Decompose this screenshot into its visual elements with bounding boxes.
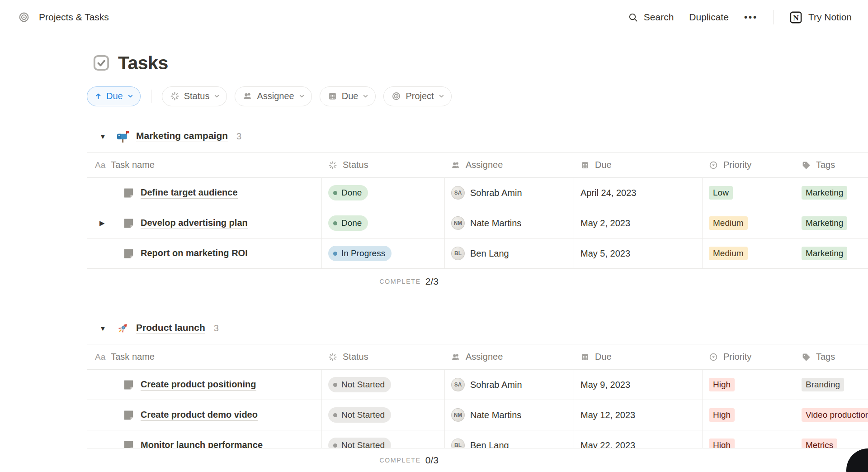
status-cell[interactable]: In Progress xyxy=(322,238,445,269)
view-controls: Due Status xyxy=(87,86,868,106)
try-notion-button[interactable]: N Try Notion xyxy=(789,10,852,24)
assignee-cell[interactable]: NM Nate Martins xyxy=(445,400,574,430)
page-title-row: Tasks xyxy=(87,50,868,76)
priority-tag[interactable]: High xyxy=(709,408,735,422)
assignee-name: Sohrab Amin xyxy=(470,380,522,390)
collapse-triangle-icon[interactable]: ▼ xyxy=(99,324,115,332)
tag[interactable]: Video production xyxy=(802,408,868,422)
search-button[interactable]: Search xyxy=(628,12,674,23)
due-date: May 9, 2023 xyxy=(580,380,630,390)
status-dot-icon xyxy=(333,413,337,417)
column-label: Status xyxy=(343,160,368,170)
status-cell[interactable]: Not Started xyxy=(322,400,445,430)
page-title: Tasks xyxy=(118,52,168,74)
sort-due-button[interactable]: Due xyxy=(87,86,141,106)
status-pill[interactable]: Not Started xyxy=(328,407,391,423)
more-options-button[interactable]: ••• xyxy=(744,12,758,23)
breadcrumb[interactable]: Projects & Tasks xyxy=(18,11,109,23)
complete-calc[interactable]: COMPLETE 2/3 xyxy=(322,269,445,294)
status-cell[interactable]: Done xyxy=(322,178,445,208)
status-pill[interactable]: Not Started xyxy=(328,377,391,392)
column-header-status[interactable]: Status xyxy=(322,153,445,177)
column-header-due[interactable]: Due xyxy=(574,344,703,369)
group-name[interactable]: Product launch xyxy=(136,322,205,334)
tag[interactable]: Marketing xyxy=(802,216,847,230)
tags-cell[interactable]: Marketing xyxy=(795,238,868,269)
status-pill[interactable]: Done xyxy=(328,185,368,200)
duplicate-button[interactable]: Duplicate xyxy=(689,12,729,23)
column-header-priority[interactable]: Priority xyxy=(703,344,795,369)
priority-tag[interactable]: Medium xyxy=(709,216,748,230)
status-dot-icon xyxy=(333,443,337,448)
filter-status-button[interactable]: Status xyxy=(162,86,227,106)
priority-tag[interactable]: High xyxy=(709,378,735,391)
tag[interactable]: Branding xyxy=(802,378,844,391)
chevron-down-icon xyxy=(127,93,133,99)
task-cell[interactable]: Define target audience xyxy=(87,178,322,208)
tags-cell[interactable]: Branding xyxy=(795,370,868,400)
task-link[interactable]: Create product positioning xyxy=(141,379,256,391)
task-link[interactable]: Create product demo video xyxy=(141,410,258,421)
tags-cell[interactable]: Video production xyxy=(795,400,868,430)
priority-tag[interactable]: Low xyxy=(709,186,733,200)
task-link[interactable]: Define target audience xyxy=(141,187,238,199)
status-label: Done xyxy=(341,218,362,228)
tag[interactable]: Marketing xyxy=(802,186,847,200)
task-cell[interactable]: ▶ Develop advertising plan xyxy=(87,208,322,238)
priority-tag[interactable]: Medium xyxy=(709,247,748,260)
chevron-down-icon xyxy=(299,93,305,99)
tags-cell[interactable]: Marketing xyxy=(795,178,868,208)
filter-project-button[interactable]: Project xyxy=(383,86,451,106)
task-link[interactable]: Develop advertising plan xyxy=(141,218,248,229)
tag[interactable]: Marketing xyxy=(802,247,847,260)
column-header-priority[interactable]: Priority xyxy=(703,153,795,177)
due-cell[interactable]: May 5, 2023 xyxy=(574,238,703,269)
column-header-tags[interactable]: Tags xyxy=(795,344,868,369)
column-header-assignee[interactable]: Assignee xyxy=(445,344,574,369)
text-property-icon: Aa xyxy=(95,160,105,170)
column-header-task-name[interactable]: Aa Task name xyxy=(87,344,322,369)
people-icon xyxy=(243,91,252,101)
task-link[interactable]: Report on marketing ROI xyxy=(141,248,248,259)
status-cell[interactable]: Done xyxy=(322,208,445,238)
priority-cell[interactable]: Medium xyxy=(703,208,795,238)
assignee-cell[interactable]: SA Sohrab Amin xyxy=(445,370,574,400)
column-header-status[interactable]: Status xyxy=(322,344,445,369)
column-header-tags[interactable]: Tags xyxy=(795,153,868,177)
priority-cell[interactable]: High xyxy=(703,400,795,430)
priority-cell[interactable]: Low xyxy=(703,178,795,208)
status-label: Not Started xyxy=(341,380,385,390)
status-dot-icon xyxy=(333,191,337,195)
status-cell[interactable]: Not Started xyxy=(322,370,445,400)
assignee-cell[interactable]: BL Ben Lang xyxy=(445,238,574,269)
due-cell[interactable]: May 2, 2023 xyxy=(574,208,703,238)
task-cell[interactable]: Create product positioning xyxy=(87,370,322,400)
assignee-cell[interactable]: SA Sohrab Amin xyxy=(445,178,574,208)
expand-triangle-icon[interactable]: ▶ xyxy=(99,219,105,227)
task-cell[interactable]: Create product demo video xyxy=(87,400,322,430)
tags-cell[interactable]: Marketing xyxy=(795,208,868,238)
tag-icon xyxy=(802,161,811,170)
due-cell[interactable]: May 9, 2023 xyxy=(574,370,703,400)
assignee-cell[interactable]: NM Nate Martins xyxy=(445,208,574,238)
column-header-task-name[interactable]: Aa Task name xyxy=(87,153,322,177)
complete-calc[interactable]: COMPLETE 0/3 xyxy=(322,448,445,472)
toggle-slot: ▶ xyxy=(99,219,123,227)
due-cell[interactable]: May 12, 2023 xyxy=(574,400,703,430)
avatar: NM xyxy=(451,216,465,230)
priority-cell[interactable]: Medium xyxy=(703,238,795,269)
column-header-due[interactable]: Due xyxy=(574,153,703,177)
calendar-icon xyxy=(580,353,590,362)
filter-divider xyxy=(151,90,151,103)
filter-due-button[interactable]: Due xyxy=(320,86,376,106)
filter-project-label: Project xyxy=(406,91,434,101)
task-cell[interactable]: Report on marketing ROI xyxy=(87,238,322,269)
filter-assignee-button[interactable]: Assignee xyxy=(235,86,311,106)
due-cell[interactable]: April 24, 2023 xyxy=(574,178,703,208)
group-name[interactable]: Marketing campaign xyxy=(136,130,228,142)
collapse-triangle-icon[interactable]: ▼ xyxy=(99,133,115,140)
status-pill[interactable]: In Progress xyxy=(328,246,392,261)
priority-cell[interactable]: High xyxy=(703,370,795,400)
status-pill[interactable]: Done xyxy=(328,215,368,231)
column-header-assignee[interactable]: Assignee xyxy=(445,153,574,177)
